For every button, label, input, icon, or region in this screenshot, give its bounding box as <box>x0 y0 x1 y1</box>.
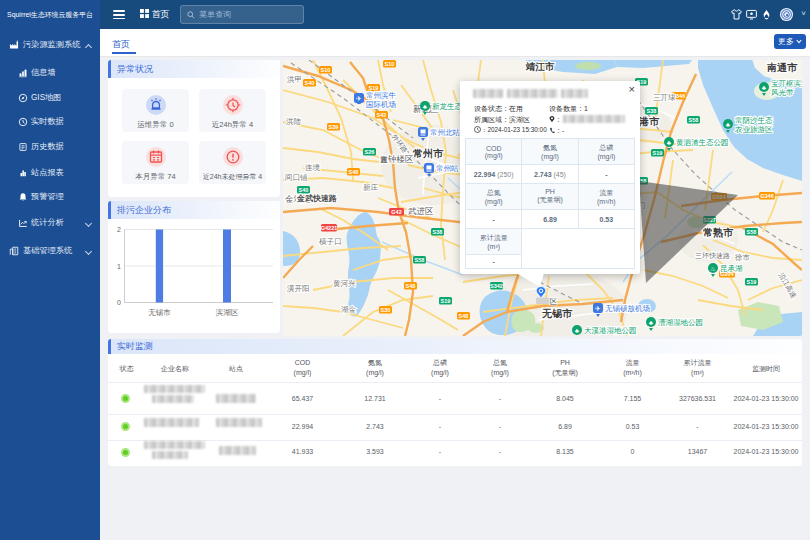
svg-text:湖金: 湖金 <box>341 305 357 314</box>
svg-text:常州北站: 常州北站 <box>430 128 461 137</box>
svg-text:S10: S10 <box>321 67 331 73</box>
svg-text:S38: S38 <box>647 108 657 114</box>
svg-text:武进区: 武进区 <box>408 206 434 216</box>
svg-text:风光带: 风光带 <box>771 88 794 97</box>
svg-text:♨: ♨ <box>710 265 716 272</box>
svg-text:常州站: 常州站 <box>436 164 459 173</box>
svg-text:S40: S40 <box>305 80 315 86</box>
svg-text:常熟市: 常熟市 <box>703 227 734 238</box>
svg-text:G4221: G4221 <box>321 225 338 231</box>
svg-text:G42: G42 <box>391 209 401 215</box>
svg-text:S342: S342 <box>490 283 503 289</box>
svg-text:2: 2 <box>117 226 121 233</box>
svg-text:常阴沙生态: 常阴沙生态 <box>735 116 773 125</box>
svg-text:0: 0 <box>117 299 121 306</box>
svg-text:漕湖湿地公园: 漕湖湿地公园 <box>658 318 703 327</box>
svg-text:S48: S48 <box>406 283 416 289</box>
svg-text:1: 1 <box>117 263 121 270</box>
svg-text:♣: ♣ <box>575 327 580 334</box>
svg-text:♣: ♣ <box>762 84 767 91</box>
svg-text:常州滨牛: 常州滨牛 <box>366 91 397 100</box>
svg-text:国际机场: 国际机场 <box>366 100 396 109</box>
svg-text:♣: ♣ <box>726 121 731 128</box>
svg-text:滨湖区: 滨湖区 <box>216 308 239 317</box>
svg-text:♣: ♣ <box>649 319 654 326</box>
svg-text:洪陆: 洪陆 <box>286 117 302 126</box>
svg-text:潢开阳: 潢开阳 <box>287 284 310 293</box>
svg-text:大溪港湿地公园: 大溪港湿地公园 <box>584 326 637 335</box>
svg-text:区: 区 <box>550 297 558 306</box>
svg-text:间口铺: 间口铺 <box>285 173 308 182</box>
svg-text:S30: S30 <box>381 307 391 313</box>
svg-text:S40: S40 <box>299 187 309 193</box>
svg-text:横子口: 横子口 <box>319 237 342 246</box>
svg-text:S19: S19 <box>653 150 663 156</box>
svg-text:连境: 连境 <box>305 163 321 172</box>
svg-text:S19: S19 <box>747 279 757 285</box>
svg-text:金武快速路: 金武快速路 <box>296 194 337 203</box>
svg-text:常州市: 常州市 <box>413 148 444 159</box>
svg-text:钟楼区: 钟楼区 <box>387 154 414 164</box>
svg-text:三环快速路: 三环快速路 <box>695 252 730 260</box>
svg-text:S48: S48 <box>349 169 359 175</box>
svg-text:G346: G346 <box>760 193 773 199</box>
svg-text:昆承湖: 昆承湖 <box>720 264 743 273</box>
svg-text:♣: ♣ <box>423 103 428 110</box>
svg-text:无锡市: 无锡市 <box>148 308 171 317</box>
svg-text:S58: S58 <box>689 117 699 123</box>
svg-text:S10: S10 <box>385 61 395 67</box>
svg-text:S39: S39 <box>329 124 339 130</box>
svg-text:南通市: 南通市 <box>767 62 798 73</box>
svg-text:S58: S58 <box>747 229 757 235</box>
svg-text:无锡市: 无锡市 <box>541 308 573 319</box>
svg-text:靖江市: 靖江市 <box>525 61 555 72</box>
svg-text:S42: S42 <box>377 112 387 118</box>
svg-text:农业旅游区: 农业旅游区 <box>734 125 773 134</box>
svg-text:无锡硕放机场: 无锡硕放机场 <box>605 304 650 313</box>
svg-text:S26: S26 <box>365 149 375 155</box>
svg-text:✈: ✈ <box>356 95 362 102</box>
svg-text:徐市: 徐市 <box>735 253 751 262</box>
svg-text:S48: S48 <box>459 313 469 319</box>
svg-text:黄泗浦生态公园: 黄泗浦生态公园 <box>676 138 729 147</box>
svg-text:宝丌枢滨江: 宝丌枢滨江 <box>771 79 802 88</box>
svg-text:♣: ♣ <box>667 139 672 146</box>
svg-text:三丌埭: 三丌埭 <box>653 93 676 102</box>
svg-text:S38: S38 <box>433 229 443 235</box>
svg-text:新庄: 新庄 <box>363 183 379 192</box>
svg-text:洪甲: 洪甲 <box>287 75 302 84</box>
svg-text:✈: ✈ <box>595 305 601 312</box>
svg-text:S19: S19 <box>441 298 451 304</box>
svg-text:S58: S58 <box>415 257 425 263</box>
svg-text:黄河兴: 黄河兴 <box>333 279 356 288</box>
